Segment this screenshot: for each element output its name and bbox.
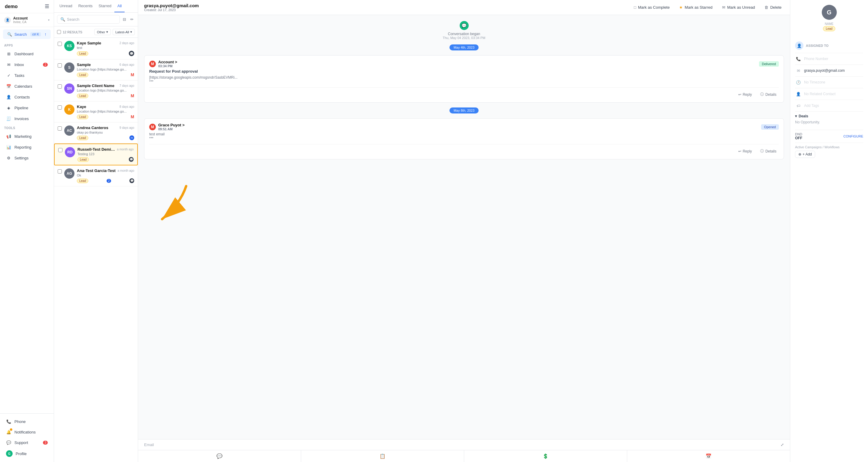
conv-tag: Lead [77,51,88,56]
assigned-icon: 👤 [795,41,803,50]
filter-icon[interactable]: ⊟ [122,16,127,23]
conversation-icon[interactable]: 💬 [138,450,301,462]
sidebar-item-notifications[interactable]: 🔔 Notifications [2,427,52,437]
contact-avatar: G [822,5,837,20]
sidebar-item-tasks[interactable]: ✓ Tasks [2,70,52,81]
dashboard-label: Dashboard [14,52,34,56]
conv-checkbox[interactable] [58,84,62,89]
invoices-label: Invoices [14,117,29,121]
search-shortcut: ctrl K [30,32,41,36]
timezone-row: 🕐 No Timezone [795,76,863,88]
filter-latest-button[interactable]: Latest-All ▾ [113,29,135,35]
reply-button-1[interactable]: ↩ Reply [736,91,754,98]
sidebar-item-reporting[interactable]: 📊 Reporting [2,142,52,152]
account-info: Account Irvine, CA [13,16,28,24]
support-icon: 💬 [6,440,11,445]
conversation-item-russell[interactable]: RD Russell-Test Deming-T.. a month ago T… [54,144,138,165]
dnd-label: DND [795,132,802,136]
conversation-item-kaye[interactable]: K Kaye 8 days ago Location logo [https:/… [54,101,138,122]
conv-tag: Lead [77,94,88,98]
conv-checkbox[interactable] [58,126,62,131]
conv-checkbox[interactable] [58,42,62,46]
expand-icon[interactable]: ⤢ [781,442,784,447]
sidebar-item-dashboard[interactable]: ⊞ Dashboard [2,49,52,59]
sidebar-item-pipeline[interactable]: ◈ Pipeline [2,103,52,113]
conversation-search-input[interactable]: 🔍 Search [57,15,120,24]
related-contact-value: No Related Contact [804,92,836,96]
mark-unread-button[interactable]: ✉ Mark as Unread [720,4,757,11]
conversation-item-sample[interactable]: S Sample 6 days ago Location logo [https… [54,59,138,81]
message-status-2: Opened [761,124,779,130]
conv-content: Sample 6 days ago Location logo [https:/… [77,62,134,77]
sidebar-item-invoices[interactable]: 🧾 Invoices [2,114,52,124]
sidebar-search-item[interactable]: 🔍 Search ctrl K ↑ [3,29,51,39]
conversation-item-andrea[interactable]: AC Andrea Canteros 9 days ago okay po th… [54,122,138,144]
conversation-item-ana[interactable]: AG Ana-Test Garcia-Test a month ago Ok L… [54,165,138,186]
notes-icon[interactable]: 📋 [301,450,464,462]
sidebar-item-profile[interactable]: G Profile [2,448,52,459]
message-sender-2: M Grace Puyot > 09:51 AM [149,123,185,131]
conversation-item-sample-client[interactable]: SN Sample Client Name 7 days ago Locatio… [54,81,138,101]
sidebar-item-phone[interactable]: 📞 Phone [2,417,52,427]
message-card-1: M Account > 03:34 PM Delivered Request f… [144,55,784,103]
details-button-2[interactable]: ⓘ Details [758,147,779,155]
filter-other-label: Other [97,30,105,34]
billing-icon[interactable]: 💲 [464,450,627,462]
conv-preview: Location logo [https://storage.go... [77,110,134,113]
conv-content: Kaye Sample 2 days ago test Lead 💬 [77,41,134,56]
sidebar-item-inbox[interactable]: ✉ Inbox 2 [2,59,52,70]
delete-button[interactable]: 🗑 Delete [762,4,784,11]
tab-unread[interactable]: Unread [57,0,75,12]
conversation-item-kaye-sample[interactable]: KS Kaye Sample 2 days ago test Lead 💬 [54,38,138,59]
tags-row[interactable]: 🏷 Add Tags [795,100,863,112]
mark-complete-button[interactable]: □ Mark as Complete [631,4,672,11]
conv-time: 2 days ago [120,41,134,45]
add-campaign-button[interactable]: ⊕ + Add [795,151,815,158]
sidebar-item-support[interactable]: 💬 Support 3 [2,437,52,448]
search-icon: 🔍 [7,32,12,37]
sidebar-account[interactable]: 👤 Account Irvine, CA ▾ [0,13,54,27]
conv-header: Kaye 8 days ago [77,104,134,109]
contacts-icon: 👤 [6,94,11,100]
gmail-channel-icon: M [131,72,134,77]
contact-name-section: Name Lead [823,22,835,31]
configure-button[interactable]: CONFIGURE [843,134,863,138]
edit-icon[interactable]: ✏ [129,16,135,23]
sidebar-item-marketing[interactable]: 📢 Marketing [2,131,52,142]
tab-starred[interactable]: Starred [95,0,114,12]
filter-other-button[interactable]: Other ▾ [94,29,111,35]
tab-all[interactable]: All [114,0,125,12]
reply-box: Email ⤢ [138,439,790,450]
mark-starred-button[interactable]: ★ Mark as Starred [677,4,715,11]
filter-latest-chevron: ▾ [130,30,132,34]
reply-button-2[interactable]: ↩ Reply [736,147,754,155]
menu-icon[interactable]: ☰ [45,4,49,9]
name-label: Name [823,22,835,26]
select-all-checkbox[interactable] [57,30,61,34]
campaigns-label: Active Campaigns / Workflows [795,145,863,149]
conv-preview: okay po thankyou [77,131,134,134]
message-body-1: [https://storage.googleapis.com/msgsndr/… [149,75,779,84]
sidebar-item-calendars[interactable]: 📅 Calendars [2,81,52,91]
dnd-info: DND OFF [795,132,802,140]
conv-checkbox[interactable] [58,105,62,110]
conv-checkbox[interactable] [58,148,62,152]
message-subject-1: Request for Post approval [149,69,779,73]
conversation-header: grasya.puyot@gmail.com Created: Jul 17, … [138,0,790,15]
conv-checkbox[interactable] [58,63,62,67]
sidebar-item-settings[interactable]: ⚙ Settings [2,153,52,163]
starred-label: Mark as Starred [685,5,712,10]
conv-header: Kaye Sample 2 days ago [77,41,134,45]
add-label: + Add [803,152,812,156]
details-button-1[interactable]: ⓘ Details [758,91,779,98]
pipeline-label: Pipeline [14,106,28,110]
tab-recents[interactable]: Recents [75,0,96,12]
conv-checkbox[interactable] [58,169,62,174]
complete-icon: □ [634,5,636,10]
conv-content: Sample Client Name 7 days ago Location l… [77,84,134,98]
sidebar-item-contacts[interactable]: 👤 Contacts [2,92,52,102]
calendar-icon[interactable]: 📅 [627,450,790,462]
message-header-2: M Grace Puyot > 09:51 AM Opened [149,123,779,131]
conv-time: 7 days ago [120,84,134,87]
reply-label-2: Reply [743,149,752,153]
